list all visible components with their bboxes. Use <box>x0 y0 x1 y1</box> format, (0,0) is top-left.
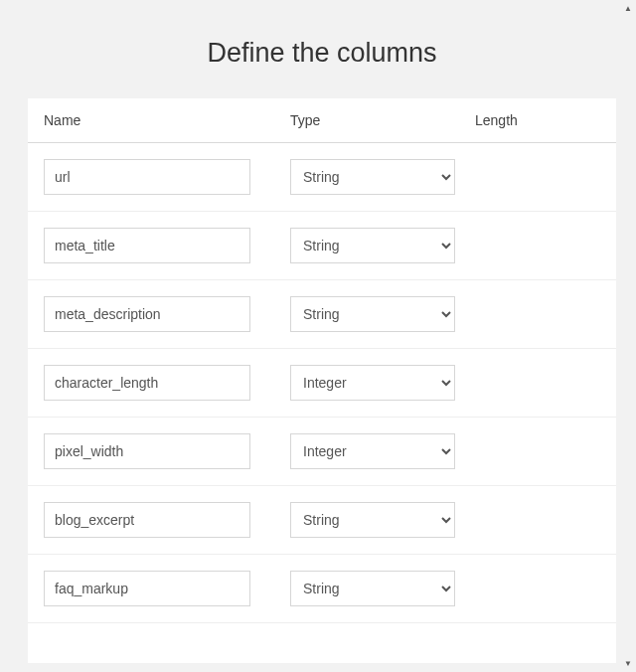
main-scroll-area[interactable]: Define the columns Name Type Length Stri… <box>0 0 636 672</box>
table-row: StringInteger <box>28 486 616 555</box>
column-name-input[interactable] <box>44 571 250 606</box>
column-type-select[interactable]: StringInteger <box>290 571 455 606</box>
table-row: StringInteger <box>28 555 616 623</box>
column-name-input[interactable] <box>44 502 250 538</box>
column-name-input[interactable] <box>44 365 250 401</box>
table-header-row: Name Type Length <box>28 98 616 143</box>
table-footer-spacer <box>28 623 616 663</box>
column-name-input[interactable] <box>44 296 250 332</box>
table-row: StringInteger <box>28 418 616 486</box>
table-row: StringInteger <box>28 349 616 418</box>
column-type-select[interactable]: StringInteger <box>290 228 455 263</box>
column-name-input[interactable] <box>44 433 250 469</box>
table-row: StringInteger <box>28 212 616 280</box>
column-name-input[interactable] <box>44 228 250 263</box>
page-title: Define the columns <box>28 38 616 69</box>
header-type: Type <box>290 112 475 128</box>
header-length: Length <box>475 112 600 128</box>
column-type-select[interactable]: StringInteger <box>290 433 455 469</box>
table-row: StringInteger <box>28 143 616 212</box>
column-type-select[interactable]: StringInteger <box>290 365 455 401</box>
table-row: StringInteger <box>28 280 616 349</box>
column-name-input[interactable] <box>44 159 250 195</box>
column-type-select[interactable]: StringInteger <box>290 159 455 195</box>
columns-table: Name Type Length StringIntegerStringInte… <box>28 98 616 663</box>
column-type-select[interactable]: StringInteger <box>290 296 455 332</box>
header-name: Name <box>44 112 290 128</box>
column-type-select[interactable]: StringInteger <box>290 502 455 538</box>
